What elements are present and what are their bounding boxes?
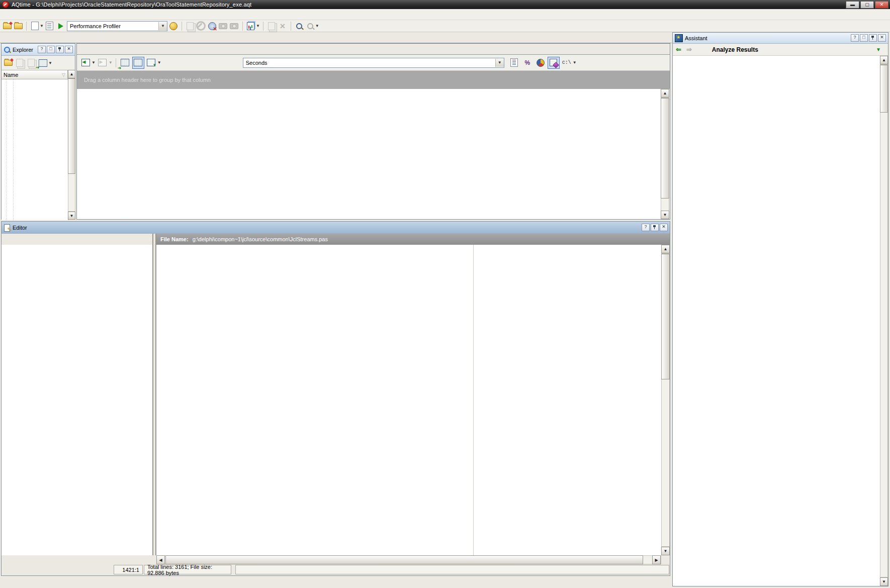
editor-splitter[interactable] [152,234,156,555]
full-paths-button[interactable]: c:\ [561,57,573,69]
assistant-close-button[interactable]: ✕ [878,34,886,42]
results-views-dropdown[interactable]: ▼ [256,24,260,28]
run-parameters-button[interactable] [168,21,179,31]
code-scroll-thumb[interactable] [661,254,670,379]
code-scroll-down[interactable]: ▼ [661,547,670,555]
copy-button[interactable] [266,21,277,31]
new-dropdown-arrow[interactable]: ▼ [40,24,44,28]
assistant-scrollbar[interactable] [880,64,888,577]
search-again-icon [307,23,313,29]
units-dropdown-arrow[interactable]: ▼ [495,59,504,67]
explorer-scroll-thumb[interactable] [68,78,75,174]
explorer-pin-button[interactable] [56,46,64,53]
explorer-fields-button[interactable] [38,58,48,68]
assistant-maximize-button[interactable]: □ [860,34,868,42]
get-results-button[interactable] [229,21,239,31]
enable-disable-button[interactable] [218,21,228,31]
assistant-pin-button[interactable] [869,34,877,42]
copy-icon [268,22,275,30]
next-result-dropdown[interactable]: ▼ [109,60,113,65]
code-scroll-right[interactable]: ▶ [652,555,661,564]
code-hscroll-thumb[interactable] [165,555,643,564]
report-details-button[interactable] [508,57,520,69]
report-scroll-down[interactable]: ▼ [661,211,669,219]
report-toolbar-overflow[interactable]: ▼ [573,60,577,65]
prev-result-dropdown[interactable]: ▼ [92,60,96,65]
panel-tabs [0,576,672,588]
editor-help-button[interactable]: ? [642,224,650,231]
profiler-dropdown-arrow[interactable]: ▼ [158,22,167,30]
units-selector[interactable]: Seconds ▼ [243,58,504,68]
group-by-bar[interactable]: Drag a column header here to group by th… [77,71,670,89]
report-scroll-thumb[interactable] [661,98,669,199]
assistant-scroll-up[interactable]: ▲ [880,56,888,64]
toolbar-overflow[interactable]: ▼ [315,24,319,28]
editor-pin-button[interactable] [651,224,659,231]
code-scroll-left[interactable]: ◀ [156,555,165,564]
titlebar: AQtime - G:\Delphi\Projects\OracleStatem… [0,0,890,9]
code-editor[interactable] [156,245,661,555]
next-result-button[interactable] [97,57,109,69]
assistant-back-button[interactable]: ⇐ [676,46,681,53]
editor-panel: Editor ? ✕ File Name: g:\delphi\compon~1… [1,221,670,576]
camera-icon [230,23,238,29]
results-views-button[interactable] [246,21,256,31]
explorer-open-button[interactable] [3,58,13,68]
search-icon [296,23,302,29]
filter-dropdown[interactable]: ▼ [157,60,161,65]
open-folder-icon [3,23,12,29]
pause-icon [196,21,206,31]
explorer-scroll-up[interactable]: ▲ [68,70,75,78]
file-statistics: Total lines: 3161; File size: 92.886 byt… [144,565,231,574]
drive-path-icon: c:\ [562,60,571,65]
project-notes-button[interactable] [45,21,55,31]
open-project-button[interactable] [2,21,12,31]
explorer-maximize-button[interactable]: □ [47,46,55,53]
grid-view-button[interactable] [132,57,144,69]
delete-button[interactable]: ✕ [278,21,288,31]
explorer-name-header[interactable]: Name ▽ [2,70,68,79]
minimize-button[interactable]: ▬ [846,1,859,9]
open-file-button[interactable] [13,21,23,31]
search-button[interactable] [294,21,304,31]
filter-results-button[interactable] [145,57,157,69]
code-scroll-up[interactable]: ▲ [661,245,670,253]
assistant-panel: Assistant ? □ ✕ ⇐ ⇒ Analyze Results ▼ ▲ … [672,32,888,586]
group-by-text: Drag a column header here to group by th… [84,77,211,83]
explorer-help-button[interactable]: ? [38,46,46,53]
report-scroll-up[interactable]: ▲ [661,89,669,97]
profiler-selector[interactable]: Performance Profiler ▼ [67,21,167,31]
status-spacer [235,565,669,574]
assistant-expand-icon[interactable]: ▼ [876,47,881,52]
show-fields-button[interactable] [119,57,131,69]
assistant-forward-button[interactable]: ⇒ [686,46,692,53]
assistant-nav-title: Analyze Results [712,46,876,53]
explorer-save-button[interactable] [15,58,25,68]
results-window-button[interactable] [185,21,195,31]
close-button[interactable]: ✕ [875,1,888,9]
assistant-help-button[interactable]: ? [851,34,859,42]
pause-profiling-button[interactable] [196,21,206,31]
run-button[interactable] [56,21,66,31]
prev-result-button[interactable] [79,57,92,69]
percent-view-button[interactable]: % [521,57,533,69]
assistant-scroll-down[interactable]: ▼ [880,577,888,586]
file-name-label: File Name: [160,236,189,242]
explorer-scroll-down[interactable]: ▼ [68,212,75,220]
assistant-panel-icon [675,34,683,42]
explorer-close-button[interactable]: ✕ [65,46,73,53]
editor-close-button[interactable]: ✕ [660,224,668,231]
terminate-button[interactable] [207,21,217,31]
chart-view-button[interactable] [535,57,547,69]
search-again-button[interactable] [305,21,315,31]
compare-results-icon [28,59,35,67]
filter-icon [147,59,155,66]
assistant-scroll-thumb[interactable] [880,65,888,113]
explorer-toolbar-overflow[interactable]: ▼ [48,61,52,65]
new-project-button[interactable] [30,21,40,31]
explorer-compare-button[interactable] [26,58,36,68]
highlight-button[interactable] [548,57,560,69]
results-tree [2,79,68,220]
pie-chart-icon [537,59,545,67]
maximize-button[interactable]: ▢ [860,1,874,9]
